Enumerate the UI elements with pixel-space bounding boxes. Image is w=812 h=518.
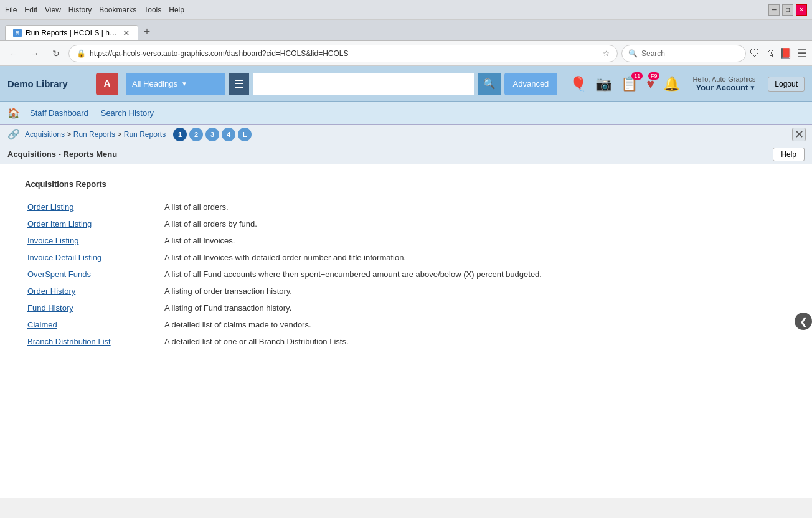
new-tab-button[interactable]: +	[138, 23, 156, 40]
menu-view[interactable]: View	[45, 6, 61, 14]
staff-dashboard-link[interactable]: Staff Dashboard	[30, 108, 88, 118]
breadcrumb-close-button[interactable]: ✕	[792, 128, 806, 141]
shield-icon[interactable]: 🛡	[750, 48, 760, 59]
report-table: Order Listing A list of all orders. Orde…	[25, 199, 797, 350]
report-description: A list of all Fund accounts where then s…	[162, 266, 797, 283]
step-3-button[interactable]: 3	[205, 128, 219, 141]
minimize-button[interactable]: ─	[768, 4, 780, 16]
report-link[interactable]: Order Item Listing	[27, 219, 92, 228]
menu-history[interactable]: History	[68, 6, 92, 14]
tab-close-button[interactable]: ✕	[123, 29, 130, 37]
report-link[interactable]: Fund History	[27, 303, 73, 313]
report-description: A detailed list of one or all Branch Dis…	[162, 333, 797, 350]
breadcrumb-run-reports-1[interactable]: Run Reports	[73, 130, 115, 139]
step-2-button[interactable]: 2	[189, 128, 203, 141]
browser-tabbar: R Run Reports | HCOLS | hcols | A... ✕ +	[0, 20, 812, 41]
breadcrumb-bar: 🔗 Acquisitions > Run Reports > Run Repor…	[0, 125, 812, 144]
layers-icon: ☰	[234, 77, 244, 91]
ext-icon[interactable]: 📕	[780, 47, 792, 59]
report-description: A list of all Invoices with detailed ord…	[162, 249, 797, 266]
app-navbar: 🏠 Staff Dashboard Search History	[0, 102, 812, 125]
report-link[interactable]: Claimed	[27, 320, 57, 329]
report-link[interactable]: Order History	[27, 286, 75, 296]
heading-select[interactable]: All Headings ▼	[126, 73, 225, 95]
app-header: Demo Library A All Headings ▼ ☰ 🔍 Advanc…	[0, 66, 812, 102]
hot-air-balloon-icon[interactable]: 🎈	[570, 76, 587, 92]
close-button[interactable]: ✕	[796, 4, 807, 16]
user-section: Hello, Auto-Graphics Your Account ▼	[692, 75, 755, 92]
search-input-wrapper	[253, 73, 474, 95]
browser-search-label: Search	[641, 49, 665, 58]
report-description: A list of all orders.	[162, 199, 797, 215]
search-input[interactable]	[258, 79, 469, 88]
heart-icon[interactable]: ♥ F9	[646, 76, 654, 92]
camera-icon[interactable]: 📷	[595, 76, 612, 92]
chevron-down-icon: ▼	[181, 80, 187, 87]
step-l-button[interactable]: L	[238, 128, 252, 141]
menu-hamburger-icon[interactable]: ☰	[797, 47, 807, 60]
report-link[interactable]: Invoice Listing	[27, 236, 78, 245]
tab-title: Run Reports | HCOLS | hcols | A...	[26, 29, 119, 37]
back-button[interactable]: ←	[5, 45, 22, 62]
report-row: Order History A listing of order transac…	[25, 283, 797, 299]
maximize-button[interactable]: □	[782, 4, 793, 16]
report-link[interactable]: OverSpent Funds	[27, 270, 91, 279]
scroll-left-arrow[interactable]: ❮	[795, 313, 812, 330]
report-link[interactable]: Invoice Detail Listing	[27, 253, 102, 262]
header-icons: 🎈 📷 📋 11 ♥ F9 🔔	[570, 76, 680, 92]
step-1-button[interactable]: 1	[173, 128, 187, 141]
balloon-icon-symbol: 🎈	[570, 76, 587, 92]
report-row: Claimed A detailed list of claims made t…	[25, 316, 797, 333]
page-content: Acquisitions - Reports Menu Help Acquisi…	[0, 144, 812, 498]
search-button[interactable]: 🔍	[478, 73, 501, 95]
bell-icon[interactable]: 🔔	[663, 76, 680, 92]
list-badge: 11	[631, 72, 643, 80]
search-history-link[interactable]: Search History	[101, 108, 154, 118]
browser-tab[interactable]: R Run Reports | HCOLS | hcols | A... ✕	[5, 25, 138, 40]
printer-icon[interactable]: 🖨	[765, 48, 775, 59]
report-row: Order Listing A list of all orders.	[25, 199, 797, 215]
list-icon[interactable]: 📋 11	[621, 76, 638, 92]
report-link[interactable]: Branch Distribution List	[27, 337, 111, 346]
breadcrumb-sep1: >	[67, 130, 73, 139]
tab-favicon: R	[13, 29, 22, 37]
app-logo: A	[96, 73, 118, 95]
report-row: Order Item Listing A list of all orders …	[25, 215, 797, 232]
advanced-button[interactable]: Advanced	[504, 73, 558, 95]
browser-ext-icons: 🛡 🖨 📕 ☰	[750, 47, 807, 60]
user-account[interactable]: Your Account ▼	[696, 83, 756, 92]
menu-tools[interactable]: Tools	[144, 6, 161, 14]
home-icon[interactable]: 🏠	[7, 107, 20, 119]
browser-search-area[interactable]: 🔍 Search	[621, 45, 746, 62]
menu-help[interactable]: Help	[169, 6, 184, 14]
bookmark-star-icon[interactable]: ☆	[603, 49, 610, 58]
breadcrumb: Acquisitions > Run Reports > Run Reports	[25, 130, 166, 139]
logout-button[interactable]: Logout	[768, 77, 805, 92]
reload-button[interactable]: ↻	[47, 45, 65, 62]
report-link[interactable]: Order Listing	[27, 202, 73, 212]
browser-menu[interactable]: File Edit View History Bookmarks Tools H…	[5, 6, 184, 14]
forward-button[interactable]: →	[26, 45, 44, 62]
heart-badge: F9	[648, 72, 660, 80]
report-row: Invoice Detail Listing A list of all Inv…	[25, 249, 797, 266]
menu-file[interactable]: File	[5, 6, 17, 14]
help-button[interactable]: Help	[773, 148, 805, 161]
search-magnifier-icon: 🔍	[483, 78, 496, 90]
stack-icon[interactable]: ☰	[229, 73, 249, 95]
search-area: All Headings ▼ ☰ 🔍 Advanced	[126, 73, 557, 95]
report-row: OverSpent Funds A list of all Fund accou…	[25, 266, 797, 283]
browser-addressbar: ← → ↻ 🔒 https://qa-hcols-verso.auto-grap…	[0, 41, 812, 66]
library-name: Demo Library	[7, 78, 88, 89]
report-description: A list of all orders by fund.	[162, 215, 797, 232]
menu-bookmarks[interactable]: Bookmarks	[99, 6, 136, 14]
page-header-bar: Acquisitions - Reports Menu Help	[0, 144, 812, 164]
browser-titlebar: File Edit View History Bookmarks Tools H…	[0, 0, 812, 20]
heading-select-label: All Headings	[132, 79, 177, 88]
address-bar[interactable]: 🔒 https://qa-hcols-verso.auto-graphics.c…	[68, 45, 618, 62]
reports-area: Acquisitions Reports Order Listing A lis…	[0, 164, 812, 365]
menu-edit[interactable]: Edit	[24, 6, 37, 14]
breadcrumb-run-reports-2[interactable]: Run Reports	[124, 130, 166, 139]
report-description: A detailed list of claims made to vendor…	[162, 316, 797, 333]
step-4-button[interactable]: 4	[222, 128, 235, 141]
breadcrumb-acquisitions[interactable]: Acquisitions	[25, 130, 65, 139]
